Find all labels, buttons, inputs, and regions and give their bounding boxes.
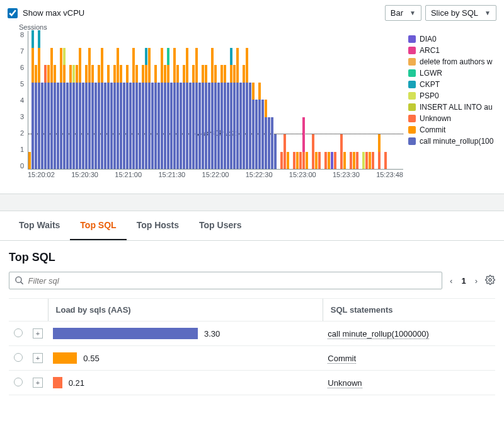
pager: ‹ 1 › (450, 276, 478, 286)
filter-input-wrap[interactable] (9, 272, 442, 289)
panel-title: Top SQL (9, 251, 495, 264)
legend-swatch (408, 137, 416, 145)
gear-icon (485, 275, 495, 285)
legend-label: call minute_rollup(100 (420, 137, 493, 146)
show-max-vcpu-checkbox[interactable]: Show max vCPU (8, 8, 84, 18)
table-row: +0.21Unknown (9, 371, 495, 395)
expand-row-button[interactable]: + (33, 328, 43, 339)
legend-item[interactable]: call minute_rollup(100 (408, 137, 496, 146)
tab-top-waits[interactable]: Top Waits (9, 211, 70, 240)
legend-item[interactable]: INSERT ALL INTO au (408, 103, 496, 112)
legend-swatch (408, 115, 416, 122)
svg-point-2 (489, 279, 491, 281)
legend-swatch (408, 69, 416, 77)
legend-label: delete from authors w (420, 57, 492, 66)
col-sql: SQL statements (323, 299, 495, 322)
next-page-button[interactable]: › (475, 276, 478, 286)
legend-item[interactable]: CKPT (408, 80, 496, 89)
table-row: +0.55Commit (9, 346, 495, 371)
caret-down-icon: ▼ (484, 9, 491, 16)
legend-swatch (408, 81, 416, 88)
legend-label: INSERT ALL INTO au (420, 103, 493, 112)
col-load: Load by sqls (AAS) (48, 299, 323, 322)
legend-label: ARC1 (420, 46, 440, 55)
sql-statement-link[interactable]: call minute_rollup(1000000) (328, 329, 428, 339)
expand-row-button[interactable]: + (33, 353, 43, 363)
load-bar (53, 352, 77, 364)
legend-label: Commit (420, 125, 445, 134)
plot-area: Max vCPU: 2 (28, 31, 403, 170)
legend-item[interactable]: PSP0 (408, 91, 496, 100)
legend-label: Unknown (420, 114, 451, 123)
tab-top-sql[interactable]: Top SQL (70, 211, 126, 240)
prev-page-button[interactable]: ‹ (450, 276, 452, 286)
legend-item[interactable]: delete from authors w (408, 57, 496, 66)
load-value: 0.55 (83, 354, 99, 363)
x-axis: 15:20:0215:20:3015:21:0015:21:3015:22:00… (28, 171, 403, 182)
show-max-vcpu-label: Show max vCPU (23, 8, 84, 18)
legend-item[interactable]: DIA0 (408, 35, 496, 43)
filter-input[interactable] (28, 276, 437, 286)
legend-swatch (408, 58, 416, 66)
settings-button[interactable] (485, 275, 495, 287)
legend-label: LGWR (420, 69, 442, 78)
search-icon (14, 275, 24, 286)
legend-item[interactable]: Commit (408, 125, 496, 134)
legend-swatch (408, 92, 416, 100)
load-bar (53, 377, 62, 388)
svg-point-0 (16, 277, 21, 282)
y-axis: 876543210 (8, 31, 26, 170)
chart-legend: DIA0ARC1delete from authors wLGWRCKPTPSP… (408, 35, 496, 148)
legend-label: DIA0 (420, 35, 437, 43)
legend-item[interactable]: LGWR (408, 69, 496, 78)
caret-down-icon: ▼ (410, 9, 416, 16)
load-bar (53, 328, 198, 339)
expand-row-button[interactable]: + (33, 378, 43, 388)
tabs: Top WaitsTop SQLTop HostsTop Users (0, 211, 504, 241)
legend-swatch (408, 47, 416, 54)
svg-line-1 (21, 282, 23, 284)
row-select-radio[interactable] (14, 353, 23, 362)
tab-top-users[interactable]: Top Users (189, 211, 251, 240)
sessions-chart: Sessions 876543210 Max vCPU: 2 15:20:021… (0, 23, 504, 187)
show-max-vcpu-input[interactable] (8, 8, 18, 18)
legend-swatch (408, 103, 416, 111)
load-value: 0.21 (69, 378, 84, 388)
row-select-radio[interactable] (14, 378, 23, 386)
legend-swatch (408, 35, 416, 43)
slice-by-dropdown[interactable]: Slice by SQL ▼ (425, 5, 496, 21)
sql-statement-link[interactable]: Commit (328, 354, 356, 364)
table-row: +3.30call minute_rollup(1000000) (9, 322, 495, 346)
legend-swatch (408, 126, 416, 134)
sql-statement-link[interactable]: Unknown (328, 378, 362, 388)
legend-item[interactable]: Unknown (408, 114, 496, 123)
legend-item[interactable]: ARC1 (408, 46, 496, 55)
row-select-radio[interactable] (14, 328, 23, 337)
page-number: 1 (461, 276, 466, 286)
legend-label: CKPT (420, 80, 440, 89)
load-value: 3.30 (204, 329, 220, 339)
chart-type-dropdown[interactable]: Bar ▼ (385, 5, 421, 21)
legend-label: PSP0 (420, 91, 439, 100)
tab-top-hosts[interactable]: Top Hosts (127, 211, 189, 240)
y-axis-label: Sessions (19, 23, 496, 31)
